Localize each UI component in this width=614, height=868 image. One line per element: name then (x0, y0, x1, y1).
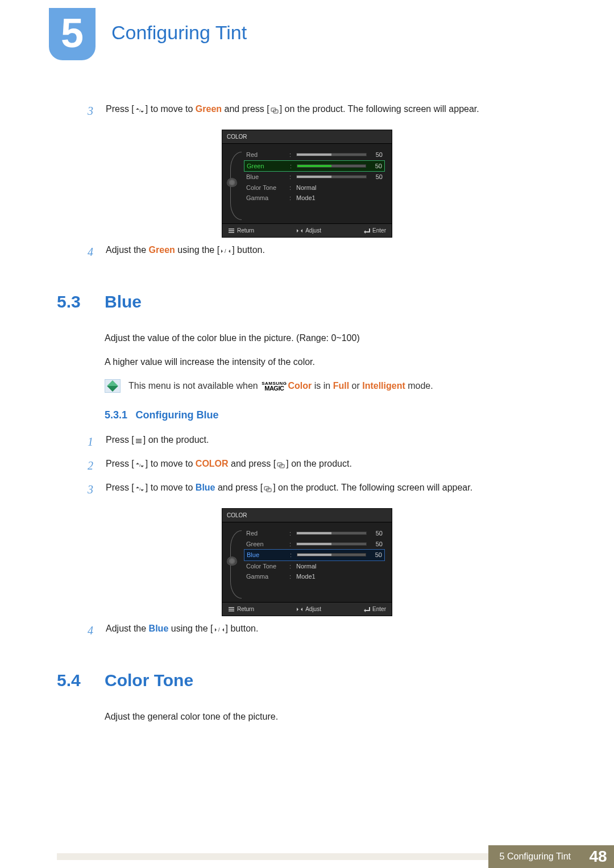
menu-bars-icon (134, 437, 143, 445)
step-number: 4 (72, 243, 106, 260)
menu-bars-icon (228, 607, 235, 612)
green-word: Green (196, 104, 222, 114)
svg-rect-17 (229, 609, 234, 610)
step-row: 1 Press [] on the product. (72, 433, 557, 450)
samsung-magic-logo: SAMSUNGMAGIC (262, 382, 287, 391)
osd-bar (296, 542, 367, 546)
enter-arrow-icon (363, 607, 370, 612)
enter-icon (276, 460, 286, 468)
green-word: Green (149, 245, 175, 255)
osd-row-color-tone: Color Tone : Normal (244, 561, 385, 572)
osd-title: COLOR (222, 130, 392, 144)
updown-icon: / (134, 106, 146, 114)
osd-bar (296, 531, 367, 535)
osd-panel-blue: COLOR Red : 50 Green : (222, 508, 392, 616)
svg-rect-18 (229, 610, 234, 612)
body-text: A higher value will increase the intensi… (105, 355, 557, 369)
subsection-heading: 5.3.1 Configuring Blue (105, 408, 557, 423)
footer-page-number: 48 (582, 845, 614, 868)
step-row: 2 Press [/] to move to COLOR and press [… (72, 457, 557, 474)
note-icon (105, 379, 121, 393)
osd-adjust: Adjust (296, 605, 321, 613)
footer-bar (57, 853, 488, 860)
osd-panel-green: COLOR Red : 50 Green : (222, 130, 392, 238)
step-row: 4 Adjust the Blue using the [/] button. (72, 622, 557, 639)
osd-title: COLOR (222, 509, 392, 522)
section-heading-color-tone: 5.4 Color Tone (57, 667, 557, 693)
svg-text:/: / (139, 487, 141, 492)
leftright-icon (296, 607, 303, 612)
enter-arrow-icon (363, 228, 370, 234)
footer-label: 5 Configuring Tint (488, 845, 582, 868)
osd-row-gamma: Gamma : Mode1 (244, 193, 385, 203)
svg-text:/: / (218, 627, 220, 633)
svg-rect-5 (229, 232, 234, 233)
svg-rect-4 (229, 230, 234, 231)
enter-icon (263, 484, 273, 492)
page-footer: 5 Configuring Tint 48 (0, 845, 614, 868)
step-text: Press [/] to move to Green and press [] … (106, 102, 557, 119)
osd-row-red: Red : 50 (244, 528, 385, 539)
svg-rect-3 (229, 229, 234, 230)
osd-return: Return (228, 605, 254, 613)
chapter-tab: 5 (49, 8, 96, 60)
osd-enter: Enter (363, 226, 386, 235)
svg-rect-9 (136, 442, 142, 443)
svg-rect-8 (136, 441, 142, 442)
osd-bar (297, 553, 366, 556)
body-text: Adjust the general color tone of the pic… (105, 710, 557, 724)
chapter-number: 5 (49, 8, 96, 53)
osd-row-color-tone: Color Tone : Normal (244, 182, 385, 193)
svg-rect-16 (229, 607, 234, 608)
updown-icon: / (134, 484, 146, 492)
body-text: Adjust the value of the color blue in th… (105, 331, 557, 345)
step-text: Adjust the Green using the [/] button. (106, 243, 557, 260)
note-row: This menu is not available when SAMSUNGM… (105, 379, 557, 393)
step-row: 3 Press [/] to move to Green and press [… (72, 102, 557, 119)
osd-enter: Enter (363, 605, 386, 613)
palette-icon (227, 178, 237, 187)
note-text: This menu is not available when SAMSUNGM… (128, 379, 433, 393)
osd-return: Return (228, 226, 254, 235)
leftright-icon (296, 228, 303, 234)
step-number: 3 (72, 102, 106, 119)
leftright-icon: / (213, 625, 226, 633)
osd-adjust: Adjust (296, 226, 321, 235)
step-row: 4 Adjust the Green using the [/] button. (72, 243, 557, 260)
osd-bar (297, 164, 366, 168)
menu-bars-icon (228, 228, 235, 234)
osd-row-blue: Blue : 50 (244, 549, 385, 561)
osd-row-blue: Blue : 50 (244, 172, 385, 182)
leftright-icon: / (219, 247, 232, 255)
osd-row-gamma: Gamma : Mode1 (244, 571, 385, 582)
osd-bar (296, 175, 367, 178)
chapter-title: Configuring Tint (111, 18, 247, 47)
svg-text:/: / (139, 108, 141, 113)
svg-text:/: / (225, 248, 226, 254)
palette-icon (227, 556, 237, 566)
enter-icon (269, 106, 280, 114)
osd-bar (296, 153, 367, 156)
svg-rect-7 (136, 439, 142, 440)
osd-row-green: Green : 50 (244, 539, 385, 550)
updown-icon: / (134, 460, 146, 468)
svg-text:/: / (139, 463, 141, 468)
osd-row-green: Green : 50 (244, 160, 385, 172)
section-heading-blue: 5.3 Blue (57, 289, 557, 314)
pencil-icon (107, 380, 118, 392)
step-row: 3 Press [/] to move to Blue and press []… (72, 481, 557, 498)
osd-row-red: Red : 50 (244, 149, 385, 160)
